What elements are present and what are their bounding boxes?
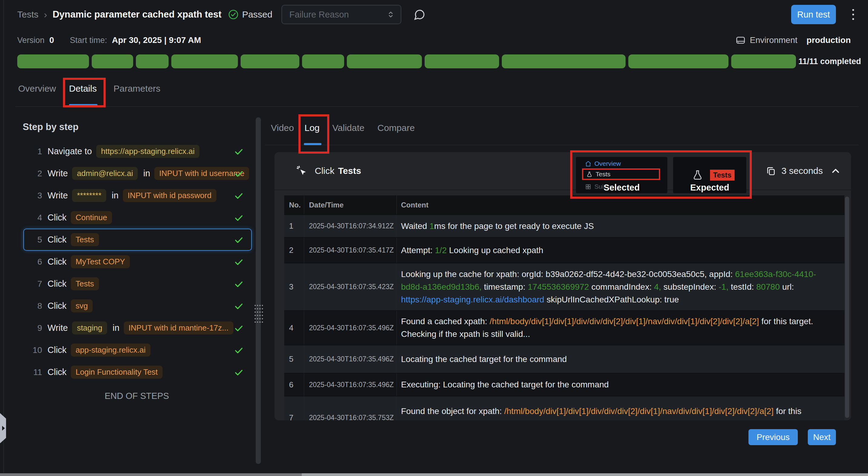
step-action-text: Click <box>48 235 67 245</box>
page-title: Dynamic parameter cached xpath test <box>53 9 221 20</box>
step-action-text: Click <box>48 213 67 223</box>
progress-segment[interactable] <box>731 55 796 68</box>
step-row[interactable]: 3Write********inINPUT with id password <box>23 184 252 207</box>
step-row[interactable]: 9WritestaginginINPUT with id mantine-17z… <box>23 317 252 339</box>
environment-icon <box>736 35 746 45</box>
tabs-divider <box>15 106 859 107</box>
log-scrollbar[interactable] <box>845 197 849 418</box>
steps-scrollbar[interactable] <box>256 117 261 464</box>
comment-icon <box>413 8 426 21</box>
next-button[interactable]: Next <box>808 429 836 445</box>
log-text-segment: Attempt: <box>401 245 435 255</box>
step-action-text: Click <box>48 279 67 289</box>
breadcrumb[interactable]: Tests <box>17 9 38 20</box>
expand-sidebar-handle[interactable] <box>0 413 6 443</box>
step-row[interactable]: 7ClickTests <box>23 273 252 295</box>
steps-list: 1Navigate tohttps://app-staging.relicx.a… <box>17 140 256 383</box>
step-passed-check-icon <box>234 168 244 179</box>
end-of-steps-label: END OF STEPS <box>17 391 256 401</box>
step-action-text: Click <box>48 257 67 267</box>
step-passed-check-icon <box>234 323 244 333</box>
step-by-step-panel: Step by step 1Navigate tohttps://app-sta… <box>17 117 256 476</box>
progress-segment[interactable] <box>502 55 626 68</box>
progress-segment[interactable] <box>17 55 89 68</box>
step-passed-check-icon <box>234 301 244 311</box>
log-text-segment: 1 <box>430 222 434 231</box>
step-row[interactable]: 2Writeadmin@relicx.aiinINPUT with id use… <box>23 162 252 184</box>
progress-completed-label: 11/11 completed <box>796 57 861 66</box>
step-action-text: Click <box>48 301 67 311</box>
previous-button[interactable]: Previous <box>748 429 798 445</box>
tab-overview[interactable]: Overview <box>18 83 56 94</box>
step-number: 5 <box>29 235 42 245</box>
step-row[interactable]: 1Navigate tohttps://app-staging.relicx.a… <box>23 140 252 162</box>
run-info-row: Version 0 Start time: Apr 30, 2025 | 9:0… <box>17 32 851 48</box>
progress-segment[interactable] <box>136 55 168 68</box>
right-tabs-divider <box>265 145 859 145</box>
log-text-segment: Executing: Locating the cached target fo… <box>401 380 609 389</box>
step-chip: INPUT with id password <box>123 189 216 202</box>
step-progress-bar[interactable] <box>17 55 796 68</box>
command-action: Click <box>315 166 334 176</box>
progress-segment[interactable] <box>347 55 422 68</box>
step-chip: admin@relicx.ai <box>72 167 138 180</box>
step-passed-check-icon <box>234 191 244 201</box>
step-chip: Tests <box>71 277 99 290</box>
step-action-text: Click <box>48 345 67 355</box>
step-action-text: in <box>113 323 120 333</box>
step-number: 4 <box>29 213 42 223</box>
tab-parameters[interactable]: Parameters <box>114 83 160 94</box>
log-row: 72025-04-30T16:07:35.753ZFound the objec… <box>284 397 844 420</box>
annotation-box-log-tab <box>299 114 329 154</box>
step-chip: Continue <box>71 211 112 224</box>
progress-segment[interactable] <box>171 55 238 68</box>
tab-validate[interactable]: Validate <box>332 123 364 133</box>
panel-resize-handle[interactable] <box>254 305 262 325</box>
log-text-segment: 1/2 <box>435 245 447 255</box>
progress-segment[interactable] <box>241 55 299 68</box>
log-row-timestamp: 2025-04-30T16:07:35.496Z <box>304 311 397 345</box>
log-link[interactable]: https://app-staging.relicx.ai/dashboard <box>401 295 544 304</box>
log-row-timestamp: 2025-04-30T16:07:35.417Z <box>304 238 397 263</box>
log-text-segment: substepIndex: <box>661 282 718 292</box>
run-test-button[interactable]: Run test <box>791 5 836 24</box>
annotation-box-details-tab <box>63 78 105 107</box>
step-passed-check-icon <box>234 367 244 377</box>
log-row-number: 7 <box>284 397 304 420</box>
tab-video[interactable]: Video <box>271 123 294 133</box>
step-row[interactable]: 10Clickapp-staging.relicx.ai <box>23 339 252 361</box>
log-row-timestamp: 2025-04-30T16:07:35.496Z <box>304 345 397 373</box>
log-text-segment: Waited <box>401 222 430 231</box>
step-number: 1 <box>29 147 42 156</box>
step-row[interactable]: 5ClickTests <box>23 229 252 251</box>
log-row-number: 6 <box>284 373 304 396</box>
log-text-segment: url: <box>780 282 794 292</box>
copy-icon <box>766 166 776 176</box>
step-passed-check-icon <box>234 257 244 267</box>
chevron-up-icon[interactable] <box>831 166 840 176</box>
kebab-menu-button[interactable] <box>850 7 856 22</box>
step-row[interactable]: 8Clicksvg <box>23 295 252 317</box>
step-row[interactable]: 11ClickLogin Functionality Test <box>23 361 252 383</box>
test-run-page: Tests › Dynamic parameter cached xpath t… <box>0 0 868 476</box>
step-row[interactable]: 4ClickContinue <box>23 207 252 229</box>
step-action-text: in <box>143 168 150 178</box>
comment-button[interactable] <box>413 8 426 21</box>
progress-segment[interactable] <box>425 55 499 68</box>
progress-segment[interactable] <box>92 55 133 68</box>
log-table-header: No.Date/TimeContent <box>284 195 844 215</box>
check-circle-icon <box>228 9 239 20</box>
tab-compare[interactable]: Compare <box>377 123 415 133</box>
progress-segment[interactable] <box>628 55 728 68</box>
step-row[interactable]: 6ClickMyTest COPY <box>23 251 252 273</box>
step-passed-check-icon <box>234 146 244 157</box>
steps-heading: Step by step <box>23 122 256 132</box>
progress-segment[interactable] <box>302 55 344 68</box>
log-text-segment: 4, <box>654 282 661 292</box>
step-chip: staging <box>72 321 107 335</box>
command-target: Tests <box>338 166 361 176</box>
step-action-text: Write <box>48 191 68 201</box>
failure-reason-select[interactable]: Failure Reason <box>281 5 401 24</box>
log-row-number: 1 <box>284 215 304 237</box>
horizontal-scrollbar-thumb[interactable] <box>302 473 868 476</box>
